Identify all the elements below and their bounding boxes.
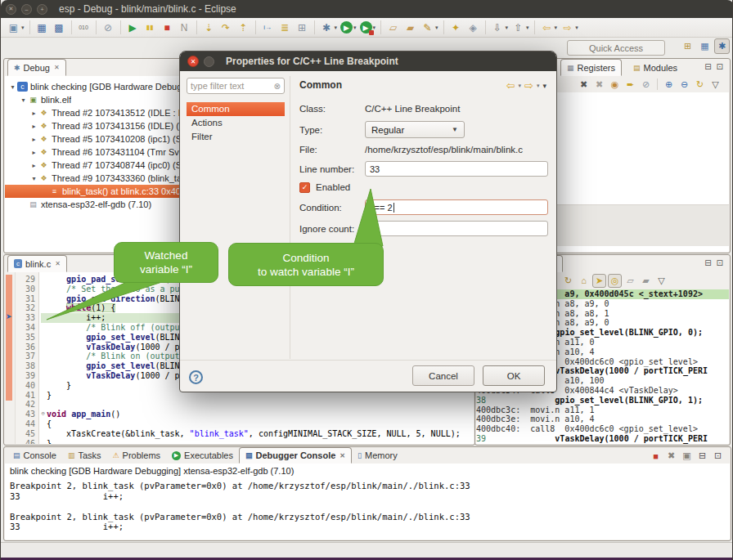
chevron-down-icon[interactable]: ▾	[519, 83, 522, 89]
last-edit-location-icon-menu[interactable]: ▾	[435, 25, 438, 31]
breakpoints-view-icon[interactable]: ⊞	[295, 20, 310, 35]
external-tools-icon[interactable]: ▶	[360, 21, 372, 34]
home-icon[interactable]: ⌂	[577, 274, 591, 288]
view-menu-icon[interactable]: ▾	[542, 82, 546, 90]
close-icon[interactable]: ✕	[340, 452, 345, 459]
ok-button[interactable]: OK	[483, 365, 545, 386]
code-line[interactable]: 42	[5, 400, 474, 410]
code-line[interactable]: 45 xTaskCreate(&blink_task, "blink_task"…	[5, 429, 474, 439]
show-opcodes-icon[interactable]: ▱	[623, 274, 637, 288]
quick-access-button[interactable]: Quick Access	[567, 40, 665, 56]
window-maximize-icon[interactable]: +	[37, 4, 47, 15]
disassembly-line[interactable]: 400dbc3c: movi.n a11, 1	[476, 405, 729, 415]
dialog-maximize-icon[interactable]	[204, 56, 214, 67]
disconnect-icon[interactable]: N	[177, 20, 192, 35]
disassembly-line[interactable]: 400dbc3e: movi.n a10, 4	[476, 414, 729, 424]
expander-icon[interactable]: ▸	[29, 162, 38, 169]
cancel-button[interactable]: Cancel	[412, 365, 474, 386]
ignore-count-input[interactable]: 0	[365, 221, 548, 236]
expander-icon[interactable]: ▾	[29, 175, 38, 182]
maximize-icon[interactable]: ⊡	[717, 258, 723, 267]
skip-breakpoints-icon[interactable]: ⊘	[101, 20, 116, 35]
view-menu-icon[interactable]: ▽	[654, 274, 668, 288]
binary-icon[interactable]: 010	[76, 20, 92, 35]
chevron-down-icon[interactable]: ▾	[537, 83, 540, 89]
tab-registers[interactable]: ▦Registers	[560, 59, 622, 76]
forward-icon-menu[interactable]: ▾	[575, 25, 578, 31]
step-into-icon[interactable]: ⇣	[201, 20, 217, 35]
expander-icon[interactable]: ▸	[29, 110, 38, 117]
step-filters-icon[interactable]: ≣	[277, 20, 293, 35]
maximize-icon[interactable]: ⊡	[717, 62, 723, 71]
step-return-icon[interactable]: ⇡	[236, 20, 251, 35]
forward-icon[interactable]: ⇨	[524, 79, 533, 92]
debug-perspective-icon[interactable]: ✱	[714, 38, 730, 54]
remove-all-icon[interactable]: ✖	[592, 78, 606, 92]
suspend-icon[interactable]: ▮▮	[142, 20, 158, 35]
minimize-icon[interactable]: ⊟	[704, 62, 711, 71]
previous-annotation-icon-menu[interactable]: ▾	[526, 25, 529, 31]
console-body[interactable]: blink checking [GDB Hardware Debugging] …	[5, 464, 730, 540]
expander-icon[interactable]: ▸	[29, 149, 38, 156]
restore-groups-icon[interactable]: ↻	[693, 78, 707, 92]
step-over-icon[interactable]: ↷	[218, 20, 234, 35]
open-resource-icon[interactable]: ▰	[402, 20, 418, 35]
debug-icon-menu[interactable]: ▾	[335, 25, 338, 31]
code-line[interactable]: 44{	[5, 419, 474, 429]
terminate-console-icon[interactable]: ■	[649, 449, 663, 463]
previous-annotation-icon[interactable]: ⇧	[510, 20, 526, 35]
back-icon[interactable]: ⇦	[539, 20, 555, 35]
filter-input[interactable]: type filter text ⊗	[187, 78, 285, 94]
window-minimize-icon[interactable]: –	[21, 4, 32, 15]
dialog-nav-item-filter[interactable]: Filter	[187, 130, 285, 144]
save-icon[interactable]: ▦	[34, 20, 50, 35]
tab-console[interactable]: ▤Console	[7, 447, 62, 464]
cpp-perspective-icon[interactable]: ▦	[697, 38, 713, 54]
tab-modules[interactable]: ▤Modules	[627, 59, 683, 76]
code-line[interactable]: 46}	[5, 439, 474, 444]
minimize-icon[interactable]: ⊟	[704, 258, 711, 267]
next-annotation-icon-menu[interactable]: ▾	[506, 25, 509, 31]
condition-input[interactable]: i == 2	[365, 199, 548, 215]
add-register-group-icon[interactable]: ⊕	[662, 78, 676, 92]
show-logical-structure-icon[interactable]: ➨	[623, 78, 637, 92]
new-wizard-icon[interactable]: ▣	[6, 20, 21, 35]
debug-icon[interactable]: ✱	[319, 20, 335, 35]
help-icon[interactable]: ?	[189, 370, 203, 384]
dialog-nav-item-common[interactable]: Common	[187, 102, 285, 116]
tab-blink-c[interactable]: c blink.c ✕	[7, 255, 67, 272]
code-line[interactable]: 43⊖void app_main()	[5, 410, 474, 419]
tab-executables[interactable]: ▶Executables	[166, 447, 239, 464]
remove-launch-icon[interactable]: ✖	[664, 449, 678, 463]
show-type-names-icon[interactable]: ◉	[608, 78, 622, 92]
dialog-nav-item-actions[interactable]: Actions	[187, 116, 285, 130]
close-icon[interactable]: ✕	[54, 64, 60, 71]
save-all-icon[interactable]: ▩	[52, 20, 67, 35]
tab-debug[interactable]: ✱ Debug ✕	[7, 59, 66, 76]
expander-icon[interactable]: ▸	[29, 123, 38, 130]
mark-occurrences-icon[interactable]: ◈	[465, 20, 481, 35]
tab-memory[interactable]: ▯Memory	[352, 447, 403, 464]
refresh-icon[interactable]: ↻	[561, 274, 575, 288]
back-icon[interactable]: ⇦	[506, 79, 515, 92]
expander-icon[interactable]: ▾	[19, 96, 28, 104]
terminate-icon[interactable]: ■	[160, 20, 175, 35]
fold-icon[interactable]: ⊖	[39, 410, 47, 419]
close-icon[interactable]: ✕	[55, 260, 61, 267]
pin-console-icon[interactable]: ▣	[680, 449, 694, 463]
back-icon-menu[interactable]: ▾	[555, 25, 558, 31]
view-menu-icon[interactable]: ▽	[708, 78, 722, 92]
line-number-input[interactable]: 33	[365, 161, 548, 177]
run-icon[interactable]: ▶	[340, 21, 353, 34]
forward-icon[interactable]: ⇨	[560, 20, 575, 35]
show-source-icon[interactable]: ▰	[639, 274, 653, 288]
disassembly-line[interactable]: 400dbc40: call8 0x400dc6c0 <gpio_set_lev…	[476, 424, 729, 434]
new-wizard-icon-menu[interactable]: ▾	[21, 25, 25, 31]
open-perspective-icon[interactable]: ⊞	[680, 38, 695, 54]
disassembly-source-line[interactable]: 38 gpio_set_level(BLINK_GPIO, 1);	[476, 396, 729, 405]
clear-filter-icon[interactable]: ⊗	[274, 82, 281, 91]
highlight-icon[interactable]: ✦	[448, 20, 464, 35]
run-icon-menu[interactable]: ▾	[353, 25, 357, 31]
dialog-close-icon[interactable]: ✕	[187, 56, 199, 67]
resume-icon[interactable]: ▶	[125, 20, 141, 35]
